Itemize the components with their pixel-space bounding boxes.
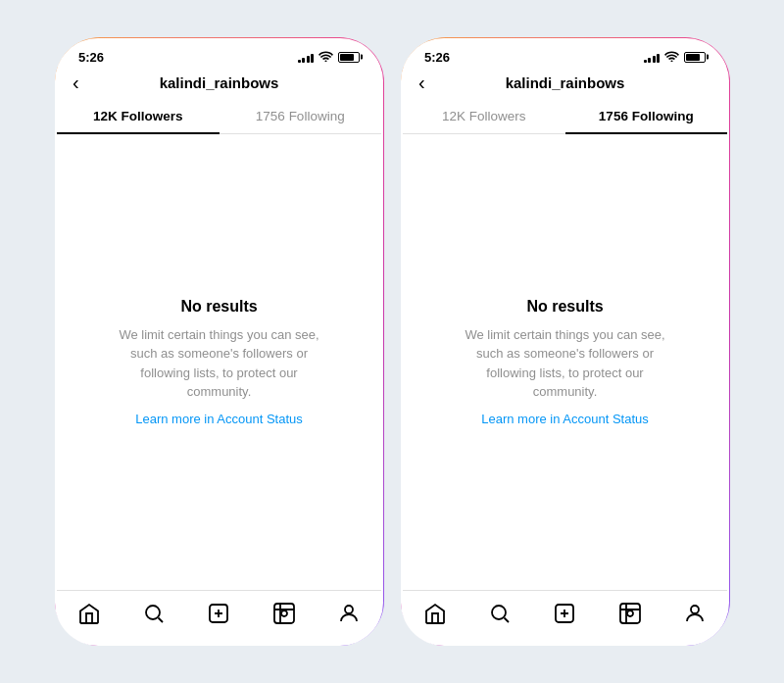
tab-followers-1[interactable]: 12K Followers [57, 99, 220, 133]
reels-icon-1[interactable] [271, 601, 297, 626]
svg-point-4 [345, 606, 353, 613]
search-icon-1[interactable] [141, 601, 167, 626]
signal-bar-1 [298, 60, 301, 63]
signal-bar-7 [653, 56, 656, 63]
signal-bar-4 [311, 54, 314, 63]
profile-icon-2[interactable] [682, 601, 708, 626]
svg-rect-2 [274, 604, 294, 623]
reels-icon-2[interactable] [617, 601, 643, 626]
svg-point-5 [492, 606, 506, 619]
back-button-2[interactable]: ‹ [418, 72, 425, 94]
bottom-nav-1 [57, 590, 381, 644]
battery-icon-2 [684, 52, 706, 63]
header-title-1: kalindi_rainbows [160, 74, 279, 91]
wifi-icon-2 [664, 51, 679, 64]
content-1: No results We limit certain things you c… [57, 134, 381, 590]
svg-point-0 [146, 606, 160, 619]
signal-bar-3 [307, 56, 310, 63]
battery-icon-1 [338, 52, 360, 63]
learn-more-link-2[interactable]: Learn more in Account Status [481, 412, 649, 426]
wifi-icon-1 [318, 51, 333, 64]
tab-following-1[interactable]: 1756 Following [220, 99, 382, 133]
signal-bar-8 [657, 54, 660, 63]
search-icon-2[interactable] [487, 601, 513, 626]
svg-rect-7 [620, 604, 640, 623]
add-icon-2[interactable] [552, 601, 577, 626]
no-results-title-2: No results [526, 298, 603, 316]
status-icons-1 [298, 51, 361, 64]
signal-bar-2 [302, 58, 305, 63]
svg-point-8 [627, 610, 633, 616]
signal-bars-2 [644, 52, 661, 63]
no-results-title-1: No results [180, 298, 257, 316]
tab-following-2[interactable]: 1756 Following [565, 99, 728, 133]
home-icon-1[interactable] [76, 601, 102, 626]
header-title-2: kalindi_rainbows [506, 74, 625, 91]
signal-bars-1 [298, 52, 315, 63]
signal-bar-6 [648, 58, 651, 63]
svg-point-9 [691, 606, 699, 613]
status-bar-2: 5:26 [403, 40, 727, 69]
learn-more-link-1[interactable]: Learn more in Account Status [135, 412, 303, 426]
status-time-1: 5:26 [78, 50, 104, 65]
phone-2: 5:26 [401, 38, 729, 646]
tab-followers-2[interactable]: 12K Followers [403, 99, 565, 133]
bottom-nav-2 [403, 590, 727, 644]
status-icons-2 [644, 51, 707, 64]
header-1: ‹ kalindi_rainbows [57, 69, 381, 99]
back-button-1[interactable]: ‹ [73, 72, 79, 94]
home-icon-2[interactable] [422, 601, 448, 626]
status-bar-1: 5:26 [57, 40, 381, 69]
profile-icon-1[interactable] [336, 601, 362, 626]
status-time-2: 5:26 [424, 50, 450, 65]
svg-point-3 [281, 610, 287, 616]
tabs-2: 12K Followers 1756 Following [403, 99, 727, 134]
add-icon-1[interactable] [206, 601, 231, 626]
content-2: No results We limit certain things you c… [403, 134, 727, 590]
tabs-1: 12K Followers 1756 Following [57, 99, 381, 134]
phones-container: 5:26 [35, 19, 749, 665]
no-results-text-2: We limit certain things you can see, suc… [458, 325, 673, 402]
phone-1: 5:26 [55, 38, 383, 646]
no-results-text-1: We limit certain things you can see, suc… [112, 325, 327, 402]
signal-bar-5 [644, 60, 647, 63]
header-2: ‹ kalindi_rainbows [403, 69, 727, 99]
